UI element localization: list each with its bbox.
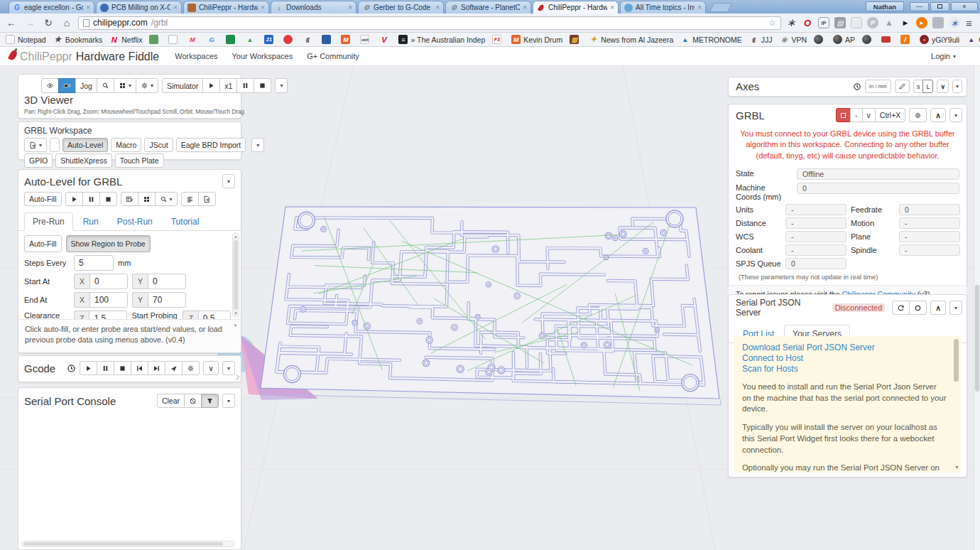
address-bar[interactable]: chilipeppr.com /grbl ☆ (78, 16, 781, 30)
menu-icon[interactable]: ≡ (966, 17, 972, 29)
bookmark-item[interactable]: » The Australian Indep (398, 35, 485, 44)
autolevel-table-edit-button[interactable] (121, 192, 138, 206)
workspace-widget-button[interactable]: Touch Plate (115, 153, 164, 168)
autolevel-tab[interactable]: Pre-Run (24, 212, 73, 231)
axes-large-button[interactable]: L (922, 80, 933, 93)
forward-icon[interactable]: → (23, 17, 37, 28)
extension-icon[interactable] (932, 17, 944, 28)
tab-close-icon[interactable]: × (348, 4, 352, 11)
grbl-settings-button[interactable] (909, 108, 927, 122)
sim-play-button[interactable] (202, 78, 220, 93)
units-toggle-button[interactable]: in / mm (865, 80, 891, 93)
new-tab-button[interactable] (709, 3, 732, 12)
workspace-widget-button[interactable]: JScut (144, 138, 173, 152)
bookmark-item[interactable]: METRONOME (680, 35, 741, 44)
bookmark-item[interactable] (814, 35, 826, 44)
bookmark-item[interactable]: News from Al Jazeera (589, 35, 673, 44)
bookmark-item[interactable] (900, 35, 913, 44)
autolevel-play-button[interactable] (65, 192, 83, 206)
bookmark-item[interactable]: Notepad (6, 35, 46, 44)
console-dropdown-button[interactable]: ▾ (222, 394, 235, 408)
clearance-z-input[interactable] (89, 311, 127, 319)
login-button[interactable]: Login▾ (931, 52, 970, 60)
tab-close-icon[interactable]: × (697, 4, 702, 11)
tab-close-icon[interactable]: × (173, 4, 178, 11)
page-scrollbar[interactable] (974, 47, 980, 550)
browser-tab[interactable]: ChiliPeppr - Hardware Fiddle × (183, 1, 269, 14)
gcode-goto-start-button[interactable] (131, 361, 148, 375)
back-icon[interactable]: ← (4, 17, 18, 28)
console-disable-button[interactable] (184, 394, 202, 408)
bookmark-star-icon[interactable]: ☆ (768, 18, 776, 28)
workspace-widget-button[interactable]: Macro (111, 138, 141, 152)
bookmark-item[interactable]: 601850966 (967, 35, 980, 44)
autolevel-pause-button[interactable] (82, 192, 100, 206)
extension-icon[interactable] (883, 17, 895, 28)
autolevel-tab[interactable]: Run (75, 212, 107, 231)
browser-tab[interactable]: Gerber to G-Code × (358, 1, 444, 14)
grbl-stop-button[interactable] (836, 108, 851, 122)
autolevel-autofill-button[interactable]: Auto-Fill (24, 192, 62, 206)
nav-link[interactable]: G+ Community (307, 52, 359, 60)
end-y-input[interactable] (148, 292, 186, 308)
axes-dropdown-button[interactable]: ▾ (952, 80, 962, 93)
workspace-blank-button[interactable] (50, 138, 60, 152)
tab-close-icon[interactable]: × (435, 4, 440, 11)
browser-tab[interactable]: Downloads × (271, 1, 356, 14)
workspace-widget-button[interactable]: GPIO (24, 153, 53, 168)
gcode-pause-button[interactable] (97, 361, 114, 375)
autolevel-tab[interactable]: Tutorial (163, 212, 208, 231)
bookmark-item[interactable]: Kevin Drum (511, 35, 562, 44)
autolevel-stop-button[interactable] (99, 192, 117, 206)
extension-icon[interactable] (802, 17, 813, 28)
gcode-dropdown-button[interactable]: ▾ (222, 361, 235, 375)
bookmark-item[interactable] (341, 35, 353, 44)
bookmark-item[interactable] (187, 35, 200, 44)
grbl-reset-button[interactable]: Ctrl+X (875, 108, 905, 122)
browser-tab[interactable]: PCB Milling on X-Carve × (96, 1, 182, 14)
bookmark-item[interactable] (168, 35, 180, 44)
bookmark-item[interactable] (322, 35, 334, 44)
gcode-collapse-button[interactable]: ∨ (203, 361, 219, 375)
workspace-export-button[interactable]: ▾ (24, 138, 47, 152)
bookmark-item[interactable] (264, 35, 276, 44)
gcode-goto-end-button[interactable] (148, 361, 165, 375)
browser-profile-button[interactable]: Nathan (866, 1, 904, 11)
autolevel-tab[interactable]: Post-Run (109, 212, 161, 231)
show-region-button[interactable]: Show Region to Probe (66, 235, 151, 252)
bookmark-item[interactable] (492, 35, 504, 44)
bookmark-item[interactable] (303, 35, 315, 44)
steps-input[interactable] (74, 255, 114, 271)
home-icon[interactable]: ⌂ (60, 17, 74, 28)
start-y-input[interactable] (148, 274, 186, 289)
bookmark-item[interactable] (283, 35, 295, 44)
extension-icon[interactable] (867, 17, 878, 28)
console-filter-button[interactable] (201, 394, 219, 408)
bookmark-item[interactable] (207, 35, 219, 44)
nav-link[interactable]: Workspaces (175, 52, 217, 60)
brand[interactable]: ChiliPeppr Hardware Fiddle (10, 50, 159, 63)
spjs-power-button[interactable] (909, 301, 927, 315)
window-minimize-button[interactable]: — (910, 2, 929, 11)
extension-icon[interactable] (834, 17, 846, 28)
autolevel-grid-button[interactable] (138, 192, 156, 206)
viewer-settings-button[interactable]: ▾ (136, 78, 158, 93)
bookmark-item[interactable]: yGiY9uli (920, 35, 959, 44)
tab-close-icon[interactable]: × (261, 4, 265, 11)
form-scrollbar[interactable]: ▲▼ (232, 232, 239, 318)
bookmark-item[interactable] (881, 36, 893, 43)
browser-tab[interactable]: ChiliPeppr - Hardware Fiddle × (533, 1, 619, 14)
zoom-orbit-button[interactable] (97, 78, 114, 93)
bookmark-item[interactable] (149, 35, 161, 44)
extension-icon[interactable] (900, 17, 911, 28)
autolevel-dropdown-button[interactable]: ▾ (222, 174, 235, 188)
spjs-refresh-button[interactable] (892, 301, 910, 315)
bookmark-item[interactable] (245, 35, 257, 44)
axes-edit-button[interactable] (895, 80, 910, 93)
help-scrollbar[interactable]: ▲▼ (232, 322, 239, 353)
bookmark-item[interactable]: AP (833, 35, 855, 44)
jog-button[interactable]: Jog (75, 78, 97, 93)
extension-icon[interactable] (916, 17, 927, 28)
gcode-play-button[interactable] (80, 361, 97, 375)
bookmark-item[interactable]: Bookmarks (53, 35, 103, 44)
